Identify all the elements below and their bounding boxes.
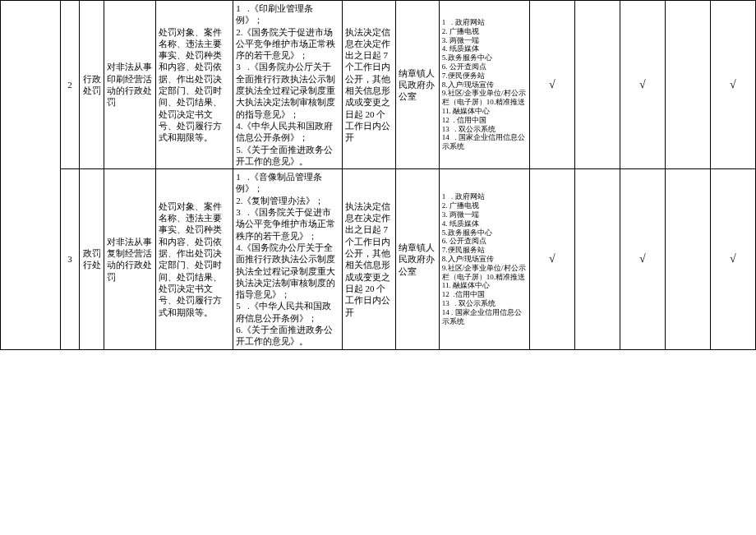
check-cell-3: √ [620,1,665,169]
check-icon: √ [549,252,555,265]
left-margin-cell [1,1,61,350]
check-cell-1: √ [529,169,574,349]
category-cell: 行政处罚 [79,1,104,169]
check-cell-5: √ [710,169,755,349]
check-cell-2 [574,169,620,349]
channels-cell: 1 . 政府网站 2. 广播电视 3. 两微一端 4. 纸质媒体 5.政务服务中… [439,1,529,169]
content-cell: 处罚对象、案件名称、违法主要事实、处罚种类和内容、处罚依据、作出处罚决定部门、处… [156,169,233,349]
timing-cell: 执法决定信息在决定作出之日起 7 个工作日内公开，其他相关信息形成或变更之日起 … [342,169,395,349]
check-icon: √ [639,78,646,90]
check-cell-4 [665,169,710,349]
basis-cell: 1 .《印刷业管理条例》； 2.《国务院关于促进市场公平竞争维护市场正常秩序的若… [233,1,342,169]
check-cell-3: √ [620,169,665,349]
dept-cell: 纳章镇人民政府办公室 [395,1,439,169]
timing-cell: 执法决定信息在决定作出之日起 7 个工作日内公开，其他相关信息形成或变更之日起 … [342,1,395,169]
basis-cell: 1 .《音像制品管理条例》； 2.《复制管理办法》； 3 .《国务院关于促进市场… [233,169,342,349]
category-text: 行政处罚 [83,74,101,95]
check-cell-5: √ [710,1,755,169]
title-cell: 对非法从事复制经营活动的行政处罚 [104,169,156,349]
check-icon: √ [549,78,555,90]
title-cell: 对非法从事印刷经营活动的行政处罚 [104,1,156,169]
check-cell-1: √ [529,1,574,169]
channels-cell: 1 . 政府网站 2. 广播电视 3. 两微一端 4. 纸质媒体 5.政务服务中… [439,169,529,349]
check-cell-2 [574,1,620,169]
dept-cell: 纳章镇人民政府办公室 [395,169,439,349]
check-icon: √ [730,78,736,90]
content-cell: 处罚对象、案件名称、违法主要事实、处罚种类和内容、处罚依据、作出处罚决定部门、处… [156,1,233,169]
check-cell-4 [665,1,710,169]
check-icon: √ [639,252,646,265]
row-number: 2 [61,1,79,169]
category-cell: 政罚行处 [79,169,104,349]
check-icon: √ [730,252,736,265]
table-row: 3 政罚行处 对非法从事复制经营活动的行政处罚 处罚对象、案件名称、违法主要事实… [1,169,756,349]
row-number: 3 [61,169,79,349]
disclosure-table: 2 行政处罚 对非法从事印刷经营活动的行政处罚 处罚对象、案件名称、违法主要事实… [0,0,756,350]
table-row: 2 行政处罚 对非法从事印刷经营活动的行政处罚 处罚对象、案件名称、违法主要事实… [1,1,756,169]
category-text: 政罚行处 [83,248,101,270]
